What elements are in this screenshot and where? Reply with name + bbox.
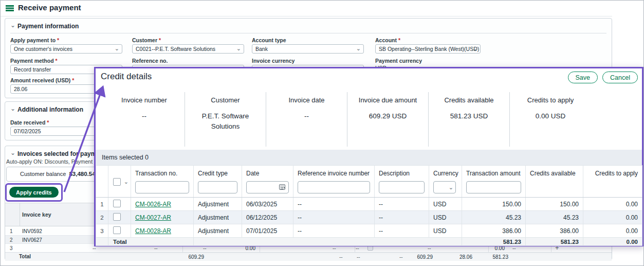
total-credits-available: 581.23 — [526, 238, 583, 246]
date-header: Date — [242, 166, 293, 198]
credits-to-apply-cell[interactable]: 0.00 — [583, 211, 642, 224]
row-checkbox[interactable] — [113, 200, 121, 207]
chevron-down-icon — [236, 45, 241, 52]
account-label: Account — [375, 37, 400, 43]
credit-type-cell: Adjustment — [194, 211, 242, 224]
cancel-button[interactable]: Cancel — [602, 72, 638, 83]
transaction-amount-cell: 386.00 — [462, 224, 526, 238]
currency-filter[interactable] — [433, 181, 456, 193]
currency-cell: USD — [429, 198, 462, 211]
payment-information-header[interactable]: Payment information — [10, 23, 79, 30]
credits-to-apply-cell[interactable]: 0.00 — [583, 198, 642, 211]
select-all-checkbox[interactable] — [113, 178, 121, 186]
payment-method-label: Payment method — [10, 58, 58, 64]
credit-type-cell: Adjustment — [194, 224, 242, 238]
menu-icon[interactable] — [6, 5, 14, 7]
page-title: Receive payment — [18, 3, 81, 12]
reference-invoice-number-filter[interactable] — [298, 181, 370, 193]
credit-total-row: Total 581.23 581.23 0.00 — [96, 238, 642, 246]
credits-available-cell: 386.00 — [526, 224, 583, 238]
credit-table: Transaction no. Credit type Date Re — [96, 165, 642, 246]
apply-credits-button[interactable]: Apply credits — [9, 187, 59, 198]
summary-credits-to-apply: Credits to apply 0.00 USD — [510, 92, 591, 147]
section-title: Invoices selected for payment — [17, 150, 105, 157]
credits-available-cell: 45.23 — [526, 211, 583, 224]
save-button[interactable]: Save — [568, 72, 598, 83]
credit-type-cell: Adjustment — [194, 198, 242, 211]
description-filter[interactable] — [379, 181, 425, 193]
collapse-chevron-icon — [10, 106, 17, 113]
credits-to-apply-cell[interactable]: 0.00 — [583, 224, 642, 238]
empty-cell: -- — [357, 254, 360, 260]
credit-type-filter[interactable] — [198, 181, 237, 193]
divider — [1, 16, 612, 16]
currency-header: Currency — [429, 166, 462, 198]
summary-label: Customer — [185, 96, 266, 104]
summary-credits-available: Credits available 581.23 USD — [429, 92, 510, 147]
description-header: Description — [375, 166, 429, 198]
credits-available-header: Credits available — [526, 166, 583, 198]
date-cell: 06/03/2025 — [242, 198, 293, 211]
credit-summary: Invoice number -- Customer P.E.T. Softwa… — [104, 92, 591, 147]
transaction-link[interactable]: CM-0028-AR — [135, 227, 171, 235]
collapse-chevron-icon — [10, 23, 17, 30]
reference-no-label: Reference no. — [132, 58, 168, 64]
summary-value: 581.23 USD — [429, 111, 509, 121]
divider — [10, 33, 606, 33]
total-label: Total — [108, 238, 194, 246]
total-amount: 609.29 — [402, 254, 433, 260]
summary-invoice-due-amount: Invoice due amount 609.29 USD — [347, 92, 429, 147]
summary-label: Invoice date — [266, 96, 347, 104]
apply-payment-to-label: Apply payment to — [10, 37, 59, 43]
reference-cell: -- — [293, 224, 375, 238]
section-title: Payment information — [17, 23, 79, 30]
row-number: 2 — [96, 211, 108, 224]
row-number: 2 — [10, 237, 13, 243]
modal-title: Credit details — [101, 72, 152, 82]
summary-value: -- — [266, 111, 347, 121]
summary-value: P.E.T. Software Solutions — [185, 111, 266, 132]
amount-received-label: Amount received (USD) — [10, 77, 74, 83]
transaction-link[interactable]: CM-0027-AR — [135, 214, 171, 221]
total-amount: 609.29 — [173, 254, 204, 260]
account-type-label: Account type — [252, 37, 286, 43]
total-credits-to-apply: 0.00 — [583, 238, 642, 246]
empty-cell — [194, 238, 462, 246]
customer-label: Customer — [132, 37, 161, 43]
reference-cell: -- — [293, 198, 375, 211]
chevron-down-icon[interactable] — [124, 178, 128, 185]
transaction-link[interactable]: CM-0026-AR — [135, 201, 171, 208]
invoice-key-header: Invoice key — [22, 211, 51, 218]
customer-select[interactable]: C0021--P.E.T. Software Solutions — [132, 44, 244, 54]
items-selected-bar: Items selected 0 — [96, 150, 642, 165]
chevron-down-icon — [356, 45, 361, 52]
reference-cell: -- — [293, 211, 375, 224]
account-select[interactable]: SB Operating--Sterling Bank (West)(USD) — [375, 44, 481, 54]
additional-information-header[interactable]: Additional information — [10, 106, 83, 113]
row-checkbox[interactable] — [113, 226, 121, 234]
total-amount: 28.06 — [441, 254, 472, 260]
account-type-select[interactable]: Bank — [252, 44, 364, 54]
summary-value: 0.00 USD — [510, 111, 591, 121]
summary-customer: Customer P.E.T. Software Solutions — [185, 92, 266, 147]
invoices-selected-header[interactable]: Invoices selected for payment — [10, 150, 105, 157]
transaction-no-filter[interactable] — [135, 181, 189, 193]
apply-payment-to-select[interactable]: One customer's invoices — [10, 44, 122, 54]
description-cell: -- — [375, 198, 429, 211]
collapse-chevron-icon — [10, 150, 17, 157]
currency-cell: USD — [429, 211, 462, 224]
empty-cell: -- — [339, 254, 343, 260]
row-checkbox[interactable] — [113, 213, 121, 221]
transaction-no-header: Transaction no. — [131, 166, 194, 198]
transaction-amount-filter[interactable] — [466, 181, 521, 193]
payment-currency-label: Payment currency — [375, 58, 422, 64]
receive-payment-screen: Receive payment Payment information Appl… — [0, 0, 644, 266]
summary-invoice-number: Invoice number -- — [104, 92, 185, 147]
reference-invoice-number-header: Reference invoice number — [293, 166, 375, 198]
description-cell: -- — [375, 211, 429, 224]
summary-value: -- — [104, 111, 185, 121]
calendar-icon[interactable] — [279, 184, 285, 190]
date-filter[interactable] — [246, 181, 289, 193]
date-received-input[interactable]: 07/02/2025 — [10, 127, 97, 136]
total-label: Total — [19, 254, 31, 259]
